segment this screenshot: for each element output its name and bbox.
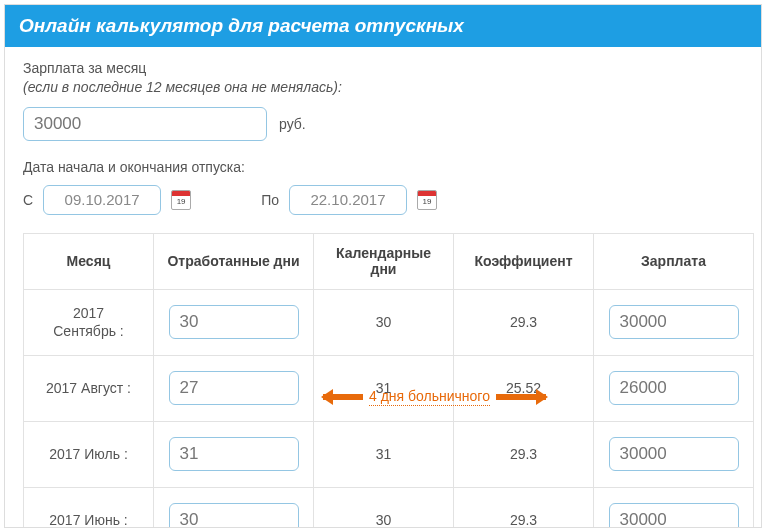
salary-unit: руб. bbox=[279, 116, 306, 132]
th-worked: Отработанные дни bbox=[154, 233, 314, 289]
table-wrapper: Месяц Отработанные дни Календарные дни К… bbox=[23, 233, 743, 528]
cell-worked bbox=[154, 355, 314, 421]
cell-salary bbox=[594, 355, 754, 421]
date-to-input[interactable] bbox=[289, 185, 407, 215]
cell-coef: 29.3 bbox=[454, 289, 594, 355]
cell-calendar: 31 bbox=[314, 421, 454, 487]
month-name: 2017 Июнь : bbox=[49, 512, 127, 528]
table-header-row: Месяц Отработанные дни Календарные дни К… bbox=[24, 233, 754, 289]
calendar-icon-num: 19 bbox=[172, 196, 190, 208]
date-from-input[interactable] bbox=[43, 185, 161, 215]
worked-days-input[interactable] bbox=[169, 305, 299, 339]
cell-calendar: 30 bbox=[314, 289, 454, 355]
worked-days-input[interactable] bbox=[169, 503, 299, 528]
cell-month: 2017 Август : bbox=[24, 355, 154, 421]
content-area: Зарплата за месяц (если в последние 12 м… bbox=[5, 47, 761, 528]
table-row: 2017 Июль : 31 29.3 bbox=[24, 421, 754, 487]
salary-label-line1: Зарплата за месяц bbox=[23, 60, 146, 76]
salary-label-line2: (если в последние 12 месяцев она не меня… bbox=[23, 79, 342, 95]
app-frame: Онлайн калькулятор для расчета отпускных… bbox=[4, 4, 762, 528]
worked-days-input[interactable] bbox=[169, 371, 299, 405]
cell-coef: 29.3 bbox=[454, 487, 594, 528]
cell-worked bbox=[154, 289, 314, 355]
month-name: 2017 Июль : bbox=[49, 446, 128, 462]
salary-input[interactable] bbox=[23, 107, 267, 141]
salary-label: Зарплата за месяц (если в последние 12 м… bbox=[23, 59, 743, 97]
month-year: 2017 bbox=[73, 305, 104, 321]
cell-worked bbox=[154, 487, 314, 528]
from-label: С bbox=[23, 192, 33, 208]
calendar-icon[interactable]: 19 bbox=[171, 190, 191, 210]
salary-row: руб. bbox=[23, 107, 743, 141]
th-salary: Зарплата bbox=[594, 233, 754, 289]
cell-salary bbox=[594, 421, 754, 487]
salary-cell-input[interactable] bbox=[609, 305, 739, 339]
cell-month: 2017 Июнь : bbox=[24, 487, 154, 528]
salary-cell-input[interactable] bbox=[609, 371, 739, 405]
table-row: 2017 Сентябрь : 30 29.3 bbox=[24, 289, 754, 355]
cell-salary bbox=[594, 487, 754, 528]
app-header: Онлайн калькулятор для расчета отпускных bbox=[5, 5, 761, 47]
worked-days-input[interactable] bbox=[169, 437, 299, 471]
dates-row: С 19 По 19 bbox=[23, 185, 743, 215]
cell-coef: 25.52 bbox=[454, 355, 594, 421]
cell-worked bbox=[154, 421, 314, 487]
th-coef: Коэффициент bbox=[454, 233, 594, 289]
month-name: Сентябрь : bbox=[53, 323, 124, 339]
th-month: Месяц bbox=[24, 233, 154, 289]
th-calendar: Календарные дни bbox=[314, 233, 454, 289]
month-name: 2017 Август : bbox=[46, 380, 131, 396]
table-row: 2017 Август : 31 25.52 bbox=[24, 355, 754, 421]
salary-cell-input[interactable] bbox=[609, 503, 739, 528]
to-label: По bbox=[261, 192, 279, 208]
cell-coef: 29.3 bbox=[454, 421, 594, 487]
cell-salary bbox=[594, 289, 754, 355]
cell-calendar: 31 bbox=[314, 355, 454, 421]
calendar-icon[interactable]: 19 bbox=[417, 190, 437, 210]
dates-label: Дата начала и окончания отпуска: bbox=[23, 159, 743, 175]
table-row: 2017 Июнь : 30 29.3 bbox=[24, 487, 754, 528]
calendar-icon-num: 19 bbox=[418, 196, 436, 208]
months-table: Месяц Отработанные дни Календарные дни К… bbox=[23, 233, 754, 528]
cell-month: 2017 Сентябрь : bbox=[24, 289, 154, 355]
app-title: Онлайн калькулятор для расчета отпускных bbox=[19, 15, 464, 36]
cell-month: 2017 Июль : bbox=[24, 421, 154, 487]
cell-calendar: 30 bbox=[314, 487, 454, 528]
salary-cell-input[interactable] bbox=[609, 437, 739, 471]
